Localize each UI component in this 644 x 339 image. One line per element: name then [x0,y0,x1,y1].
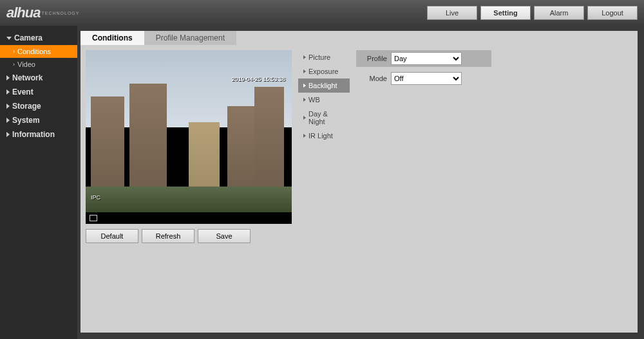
chevron-right-icon [303,69,306,73]
tab-conditions[interactable]: Conditions [80,31,144,45]
chevron-right-icon: › [13,48,15,55]
submenu-picture[interactable]: Picture [298,50,350,64]
brand-logo: alhua [6,5,40,21]
chevron-right-icon [6,104,10,109]
chevron-right-icon [6,89,10,95]
chevron-right-icon [303,134,306,138]
properties-panel: Profile Day Mode Off [356,50,632,243]
chevron-right-icon [303,98,306,102]
chevron-right-icon [6,75,10,80]
button-row: Default Refresh Save [86,229,292,243]
video-label: IPC [91,194,100,201]
sub-menu: Picture Exposure Backlight WB Day & Nigh… [298,50,350,243]
nav-live[interactable]: Live [427,6,477,20]
submenu-backlight[interactable]: Backlight [298,78,350,93]
chevron-down-icon [6,37,12,40]
main-panel: Conditions Profile Management IPC 2019-0… [80,31,638,333]
video-controls [86,212,292,224]
video-preview: IPC 2019-04-25 15:53:38 [86,50,292,212]
profile-row: Profile Day [356,50,491,67]
video-timestamp: 2019-04-25 15:53:38 [231,76,285,82]
profile-label: Profile [361,55,387,62]
profile-select[interactable]: Day [391,52,462,65]
chevron-right-icon [303,84,306,87]
sidebar-item-system[interactable]: System [0,113,77,127]
submenu-day-night[interactable]: Day & Night [298,107,350,129]
tabs: Conditions Profile Management [80,31,638,45]
chevron-right-icon [303,116,306,120]
mode-row: Mode Off [356,67,632,90]
save-button[interactable]: Save [198,229,251,243]
refresh-button[interactable]: Refresh [142,229,194,243]
brand-sub: TECHNOLOGY [41,11,79,15]
nav-alarm[interactable]: Alarm [534,6,584,20]
sidebar-item-network[interactable]: Network [0,71,77,85]
default-button[interactable]: Default [86,229,138,243]
body: Camera ›Conditions ›Video Network Event … [0,26,644,339]
chevron-right-icon [303,55,306,59]
video-column: IPC 2019-04-25 15:53:38 Default Refresh … [86,50,292,243]
sidebar-item-information[interactable]: Information [0,127,77,142]
mode-select[interactable]: Off [391,72,462,85]
chevron-right-icon [6,118,10,123]
chevron-right-icon [6,132,10,137]
sidebar-item-conditions[interactable]: ›Conditions [0,45,77,58]
submenu-wb[interactable]: WB [298,93,350,107]
sidebar: Camera ›Conditions ›Video Network Event … [0,26,77,339]
header: alhua TECHNOLOGY Live Setting Alarm Logo… [0,0,644,26]
nav-buttons: Live Setting Alarm Logout [427,6,638,20]
nav-logout[interactable]: Logout [587,6,638,20]
sidebar-item-event[interactable]: Event [0,85,77,99]
sidebar-item-storage[interactable]: Storage [0,99,77,113]
mode-label: Mode [361,75,387,82]
sidebar-item-video[interactable]: ›Video [0,58,77,71]
content: IPC 2019-04-25 15:53:38 Default Refresh … [80,45,638,248]
sidebar-item-camera[interactable]: Camera [0,31,77,45]
submenu-exposure[interactable]: Exposure [298,64,350,78]
submenu-ir-light[interactable]: IR Light [298,129,350,143]
nav-setting[interactable]: Setting [480,6,531,20]
tab-profile-management[interactable]: Profile Management [144,31,236,45]
chevron-right-icon: › [13,61,15,68]
fullscreen-icon[interactable] [90,215,97,221]
